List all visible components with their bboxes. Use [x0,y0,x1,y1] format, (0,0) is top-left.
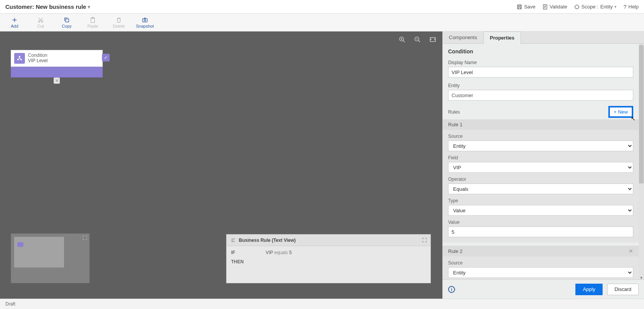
copy-button[interactable]: Copy [59,17,74,28]
save-button[interactable]: Save [517,4,536,10]
canvas-controls [398,35,437,44]
svg-point-11 [144,19,146,21]
scope-value: Entity [600,4,613,10]
chevron-down-icon: ▾ [614,5,616,9]
status-bar: Draft [0,299,644,309]
zoom-in-button[interactable] [398,35,406,44]
rule-2-source-label: Source [448,260,633,266]
tab-properties[interactable]: Properties [483,31,521,44]
help-icon: ? [623,4,626,10]
rule-1-source-select[interactable]: Entity [448,140,633,151]
scroll-down-icon[interactable]: ▼ [639,276,643,279]
expr-value: 5 [289,250,292,255]
save-label: Save [524,4,536,10]
text-view-body: IF VIP equals 5 THEN [227,246,430,272]
delete-label: Delete [113,24,125,28]
rule-1-field-label: Field [448,155,633,160]
fit-to-screen-button[interactable] [429,35,437,44]
text-view-header: Business Rule (Text View) ⛶ [227,235,430,246]
entity-input[interactable] [448,90,633,101]
new-rule-button[interactable]: + New [608,106,633,118]
svg-point-17 [21,59,22,60]
display-name-label: Display Name [448,60,633,65]
rule-1-type-label: Type [448,198,633,203]
rule-1-operator-select[interactable]: Equals [448,183,633,194]
snapshot-label: Snapshot [136,24,154,28]
cut-label: Cut [37,24,44,28]
rule-1-title[interactable]: Rule 1 [443,119,639,130]
rule-1-value-input[interactable] [448,226,633,237]
info-icon[interactable]: i [448,286,455,293]
minimap-viewport[interactable] [14,237,64,268]
properties-panel: Condition Display Name Entity Rules + Ne… [443,44,644,279]
minimap-node-icon [17,242,23,247]
node-action-bar[interactable] [11,67,103,78]
tabs: Components Properties [443,31,644,44]
svg-rect-10 [143,18,147,22]
discard-button[interactable]: Discard [607,284,639,295]
paste-label: Paste [87,24,98,28]
rule-2-source-select[interactable]: Entity [448,267,633,278]
svg-rect-7 [66,19,69,22]
scrollbar[interactable]: ▲ ▼ [639,44,644,279]
rule-1-value-label: Value [448,220,633,225]
text-view-panel: Business Rule (Text View) ⛶ IF VIP equal… [226,234,431,283]
close-icon[interactable]: ✕ [629,248,633,254]
minimap[interactable]: ⛶ [11,233,90,283]
paste-button[interactable]: Paste [85,17,100,28]
svg-point-16 [18,59,19,60]
validate-icon [542,4,548,10]
if-keyword: IF [231,250,250,255]
help-label: Help [628,4,639,10]
rule-2-title[interactable]: Rule 2 ✕ [443,246,639,256]
side-panel-actions: i Apply Discard [443,279,644,299]
rule-1-source-label: Source [448,134,633,139]
condition-node[interactable]: Condition VIP Level ✓ ✕ [11,50,103,78]
zoom-out-button[interactable] [413,35,422,44]
node-type: Condition [28,53,48,58]
expr-field: VIP [266,250,273,255]
rule-1-block: Rule 1 Source Entity Field VIP [443,119,639,243]
title-text: Customer: New business rule [5,3,86,10]
close-icon[interactable]: ✕ [54,78,60,84]
then-keyword: THEN [231,259,250,264]
help-button[interactable]: ? Help [623,4,639,10]
validate-label: Validate [550,4,567,10]
rule-1-type-select[interactable]: Value [448,205,633,216]
save-icon [517,4,522,10]
validate-button[interactable]: Validate [542,4,567,10]
rule-2-title-text: Rule 2 [448,248,463,254]
scroll-thumb[interactable] [639,45,644,183]
expand-icon[interactable]: ⛶ [422,238,427,243]
node-card[interactable]: Condition VIP Level [11,50,103,67]
apply-button[interactable]: Apply [575,284,603,295]
expand-icon[interactable]: ⛶ [82,235,87,241]
cut-button[interactable]: Cut [33,17,48,28]
snapshot-button[interactable]: Snapshot [137,17,153,28]
copy-label: Copy [62,24,72,28]
condition-icon [14,53,25,64]
display-name-input[interactable] [448,67,633,78]
scope-label: Scope : [582,4,598,10]
tab-components[interactable]: Components [443,31,483,43]
svg-rect-2 [518,7,521,9]
side-panel: Components Properties Condition Display … [442,31,644,299]
rule-2-block: Rule 2 ✕ Source Entity Field [443,246,639,279]
canvas[interactable]: Condition VIP Level ✓ ✕ ⛶ Business Rule … [0,31,442,299]
add-label: Add [11,24,18,28]
rule-1-operator-label: Operator [448,177,633,182]
main-area: Condition VIP Level ✓ ✕ ⛶ Business Rule … [0,31,644,299]
rule-1-title-text: Rule 1 [448,122,463,127]
page-title[interactable]: Customer: New business rule ▾ [5,3,90,10]
rules-label: Rules [448,109,460,115]
properties-heading: Condition [448,48,633,55]
if-expression: VIP equals 5 [266,250,292,255]
add-button[interactable]: Add [7,17,22,28]
rule-1-field-select[interactable]: VIP [448,162,633,173]
toolbar: Add Cut Copy Paste Delete Snapshot [0,14,644,31]
check-icon[interactable]: ✓ [102,54,110,61]
top-bar: Customer: New business rule ▾ Save Valid… [0,0,644,14]
svg-point-15 [19,56,20,57]
scope-selector[interactable]: Scope : Entity ▾ [574,4,617,10]
delete-button[interactable]: Delete [111,17,127,28]
